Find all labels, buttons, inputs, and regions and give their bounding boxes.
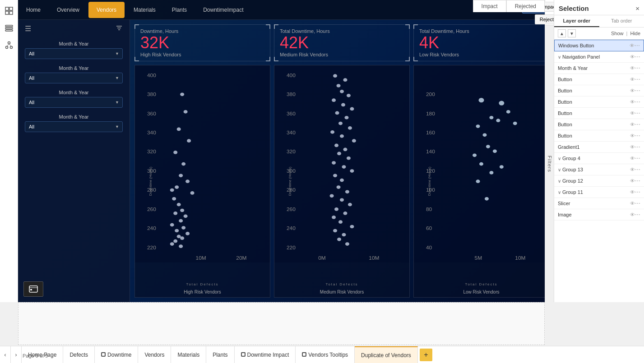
nav-plants[interactable]: Plants (164, 0, 195, 20)
more-button-2[interactable]: ⋯ (635, 87, 640, 94)
show-link[interactable]: Show (611, 31, 624, 36)
tab-prev-button[interactable]: ‹ (0, 346, 11, 363)
visibility-month-year[interactable]: 👁 (630, 65, 635, 71)
visibility-button-2[interactable]: 👁 (630, 88, 635, 93)
filter-select-4[interactable]: All (25, 121, 123, 132)
nav-home[interactable]: Home (18, 0, 49, 20)
filter-select-3[interactable]: All (25, 97, 123, 108)
add-tab-button[interactable]: + (420, 349, 432, 361)
window-button[interactable] (23, 281, 43, 297)
nav-overview[interactable]: Overview (49, 0, 88, 20)
more-group13[interactable]: ⋯ (635, 166, 640, 173)
visibility-group4[interactable]: 👁 (630, 156, 635, 161)
visibility-button-4[interactable]: 👁 (630, 110, 635, 116)
visibility-windows-button[interactable]: 👁 (630, 43, 635, 48)
tab-defects[interactable]: Defects (63, 346, 95, 363)
visibility-nav-panel[interactable]: 👁 (630, 54, 635, 60)
visibility-button-1[interactable]: 👁 (630, 77, 635, 82)
more-windows-button[interactable]: ⋯ (635, 42, 640, 49)
more-button-6[interactable]: ⋯ (635, 133, 640, 139)
scatter-medium-title: Medium Risk Vendors (320, 289, 364, 294)
visibility-gradient1[interactable]: 👁 (630, 144, 635, 150)
tab-downtime-impact[interactable]: Downtime Impact (235, 346, 296, 363)
tab-next-button[interactable]: › (11, 346, 22, 363)
visibility-image[interactable]: 👁 (630, 212, 635, 217)
scatter-low-risk[interactable]: 200 180 160 140 120 100 80 60 40 (413, 65, 549, 298)
layer-item-slicer[interactable]: Slicer 👁 ⋯ (554, 198, 644, 209)
tab-downtime[interactable]: Downtime (95, 346, 138, 363)
tab-tab-order[interactable]: Tab order (599, 15, 644, 27)
more-group12[interactable]: ⋯ (635, 178, 640, 184)
layer-item-group13[interactable]: ∨ Group 13 👁 ⋯ (554, 164, 644, 175)
visibility-button-3[interactable]: 👁 (630, 99, 635, 105)
report-icon[interactable] (2, 4, 16, 18)
tab-duplicate-vendors[interactable]: Duplicate of Vendors (355, 346, 418, 363)
filters-tab[interactable]: Filters (545, 26, 554, 302)
y-axis-label-medium: Downtime (Hours) (288, 167, 292, 196)
scatter-medium-risk[interactable]: 400 380 360 340 320 300 280 260 240 220 (274, 65, 410, 298)
layer-item-windows-button[interactable]: Windows Button 👁 ⋯ (554, 40, 644, 51)
layer-item-button-3[interactable]: Button 👁 ⋯ (554, 96, 644, 108)
nav-downtime-impact[interactable]: DowntimeImpact (195, 0, 251, 20)
layer-item-button-4[interactable]: Button 👁 ⋯ (554, 108, 644, 119)
visibility-button-5[interactable]: 👁 (630, 122, 635, 127)
visibility-slicer[interactable]: 👁 (630, 201, 635, 206)
layer-item-group11[interactable]: ∨ Group 11 👁 ⋯ (554, 187, 644, 198)
svg-point-45 (175, 229, 179, 232)
svg-point-115 (479, 98, 484, 102)
more-gradient1[interactable]: ⋯ (635, 144, 640, 150)
hide-link[interactable]: Hide (630, 31, 640, 36)
kpi-row: Downtime, Hours 32K High Risk Vendors To… (134, 24, 549, 61)
more-button-1[interactable]: ⋯ (635, 76, 640, 83)
nav-vendors[interactable]: Vendors (88, 2, 125, 18)
layer-item-navigation-panel[interactable]: ∨ Navigation Panel 👁 ⋯ (554, 51, 644, 63)
layer-item-button-1[interactable]: Button 👁 ⋯ (554, 74, 644, 85)
layer-item-button-2[interactable]: Button 👁 ⋯ (554, 85, 644, 96)
scatter-high-risk[interactable]: 400 380 360 340 320 300 280 260 240 220 (134, 65, 270, 298)
layer-item-group12[interactable]: ∨ Group 12 👁 ⋯ (554, 175, 644, 187)
nav-materials[interactable]: Materials (125, 0, 164, 20)
svg-point-82 (337, 152, 341, 155)
filter-select-1[interactable]: All (25, 48, 123, 59)
kpi-medium-risk: Total Downtime, Hours 42K Medium Risk Ve… (274, 24, 410, 61)
layer-item-group4[interactable]: ∨ Group 4 👁 ⋯ (554, 153, 644, 164)
layer-item-gradient1[interactable]: Gradient1 👁 ⋯ (554, 142, 644, 153)
tab-vendors-tooltips[interactable]: Vendors Tooltips (296, 346, 355, 363)
rejected-bar-button[interactable]: Rejected (506, 0, 545, 12)
layer-item-image[interactable]: Image 👁 ⋯ (554, 209, 644, 221)
model-icon[interactable] (2, 38, 16, 52)
svg-point-98 (350, 225, 354, 228)
more-nav-panel[interactable]: ⋯ (635, 54, 640, 60)
layer-item-month-year[interactable]: Month & Year 👁 ⋯ (554, 63, 644, 74)
tab-vendors[interactable]: Vendors (138, 346, 171, 363)
tab-plants[interactable]: Plants (206, 346, 234, 363)
x-axis-label-medium: Total Defects (325, 282, 358, 286)
move-up-button[interactable]: ▲ (558, 29, 566, 37)
move-down-button[interactable]: ▼ (568, 29, 576, 37)
visibility-group13[interactable]: 👁 (630, 167, 635, 172)
filter-select-2[interactable]: All (25, 73, 123, 83)
impact-bar-button[interactable]: Impact (473, 0, 506, 12)
more-group11[interactable]: ⋯ (635, 189, 640, 195)
visibility-button-6[interactable]: 👁 (630, 133, 635, 138)
filter-icon[interactable] (116, 24, 123, 33)
more-button-5[interactable]: ⋯ (635, 121, 640, 128)
visibility-group11[interactable]: 👁 (630, 189, 635, 195)
hamburger-icon[interactable]: ☰ (25, 24, 31, 33)
more-group4[interactable]: ⋯ (635, 155, 640, 161)
tab-layer-order[interactable]: Layer order (554, 15, 599, 27)
svg-point-66 (343, 78, 347, 82)
close-button[interactable]: × (635, 5, 639, 12)
more-button-4[interactable]: ⋯ (635, 110, 640, 116)
data-icon[interactable] (2, 21, 16, 35)
svg-point-50 (170, 242, 174, 246)
svg-point-119 (496, 119, 500, 122)
more-month-year[interactable]: ⋯ (635, 65, 640, 71)
more-button-3[interactable]: ⋯ (635, 99, 640, 105)
tab-materials[interactable]: Materials (171, 346, 206, 363)
layer-item-button-6[interactable]: Button 👁 ⋯ (554, 130, 644, 142)
more-image[interactable]: ⋯ (635, 211, 640, 218)
visibility-group12[interactable]: 👁 (630, 178, 635, 184)
more-slicer[interactable]: ⋯ (635, 200, 640, 207)
layer-item-button-5[interactable]: Button 👁 ⋯ (554, 119, 644, 130)
